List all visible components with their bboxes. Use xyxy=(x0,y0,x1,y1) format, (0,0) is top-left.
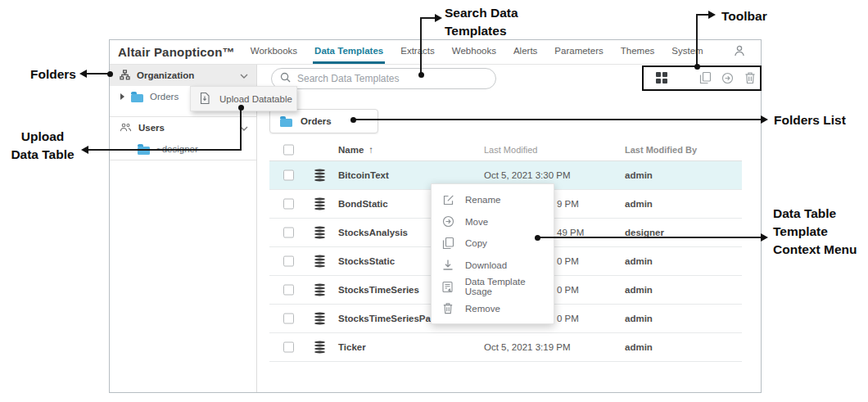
annotation-dot xyxy=(535,235,540,241)
row-checkbox[interactable] xyxy=(283,199,294,210)
row-checkbox[interactable] xyxy=(283,314,294,324)
context-menu-item-label: Rename xyxy=(465,195,500,205)
data-template-usage-icon xyxy=(441,281,454,293)
context-menu-item-data-template-usage[interactable]: Data Template Usage xyxy=(432,276,554,298)
annotation-line xyxy=(696,15,698,66)
database-icon xyxy=(314,341,325,354)
annotation-line xyxy=(86,73,109,75)
tab-webhooks[interactable]: Webhooks xyxy=(450,40,498,64)
remove-icon xyxy=(441,302,454,314)
row-checkbox[interactable] xyxy=(283,342,294,353)
toolbar-highlight-rectangle xyxy=(642,65,762,91)
row-last-modified-by: admin xyxy=(625,314,653,323)
row-last-modified-by: admin xyxy=(625,256,653,266)
annotation-arrow-icon xyxy=(761,233,768,242)
row-name: StocksStatic xyxy=(338,256,395,266)
context-menu-item-label: Remove xyxy=(465,304,500,314)
annotation-dot xyxy=(107,71,113,77)
folders-sidebar: Organization Orders Users xyxy=(110,65,257,392)
data-table-context-menu: RenameMoveCopyDownloadData Template Usag… xyxy=(431,183,554,324)
nav-right xyxy=(733,40,761,64)
screenshot-canvas: Altair Panopticon™ WorkbooksData Templat… xyxy=(0,0,868,402)
sidebar-item-users[interactable]: Users xyxy=(110,117,256,138)
annotation-arrow-icon xyxy=(761,115,768,124)
database-icon xyxy=(314,169,325,182)
column-header-name[interactable]: Name↑ xyxy=(338,145,373,155)
table-row[interactable]: TickerOct 5, 2021 3:19 PMadmin xyxy=(269,333,742,362)
context-menu-item-label: Data Template Usage xyxy=(465,277,554,296)
annotation-toolbar: Toolbar xyxy=(721,7,767,25)
tab-workbooks[interactable]: Workbooks xyxy=(249,40,299,64)
row-name: BondStatic xyxy=(338,199,388,209)
annotation-context-menu: Data Table Template Context Menu xyxy=(773,205,857,259)
row-last-modified-by: admin xyxy=(625,199,653,209)
annotation-upload-data-table: UploadData Table xyxy=(2,128,84,164)
tab-alerts[interactable]: Alerts xyxy=(512,40,539,64)
column-header-last-modified[interactable]: Last Modified xyxy=(484,145,537,155)
table-header: Name↑ Last Modified Last Modified By xyxy=(269,138,742,161)
user-profile-icon[interactable] xyxy=(733,44,746,61)
sidebar-item-organization[interactable]: Organization xyxy=(110,65,256,86)
row-name: StocksTimeSeries xyxy=(338,285,419,295)
context-menu-item-rename[interactable]: Rename xyxy=(432,189,554,211)
download-icon xyxy=(441,259,454,271)
tab-system[interactable]: System xyxy=(670,40,704,64)
chevron-down-icon[interactable] xyxy=(240,70,248,80)
row-last-modified-by: admin xyxy=(625,285,653,295)
copy-icon xyxy=(441,237,454,250)
annotation-line xyxy=(353,119,762,120)
database-icon xyxy=(314,255,325,268)
annotation-line xyxy=(240,107,242,151)
folder-icon xyxy=(280,119,292,127)
annotation-line xyxy=(420,18,422,75)
annotation-folders: Folders xyxy=(30,65,76,84)
annotation-arrow-icon xyxy=(435,14,442,22)
context-menu-item-label: Move xyxy=(465,217,488,227)
annotation-dot xyxy=(418,72,424,78)
tab-data-templates[interactable]: Data Templates xyxy=(313,40,385,64)
hierarchy-icon xyxy=(120,70,130,82)
annotation-line xyxy=(538,237,762,238)
rename-icon xyxy=(441,194,454,206)
folder-chip-orders[interactable]: Orders xyxy=(269,109,378,133)
row-checkbox[interactable] xyxy=(283,285,294,296)
annotation-line xyxy=(420,17,436,19)
sort-ascending-icon: ↑ xyxy=(368,145,373,155)
row-last-modified-by: admin xyxy=(625,170,653,180)
row-name: Ticker xyxy=(338,342,366,352)
tab-themes[interactable]: Themes xyxy=(619,40,657,64)
column-header-last-modified-by[interactable]: Last Modified By xyxy=(625,145,697,155)
tab-parameters[interactable]: Parameters xyxy=(553,40,604,64)
search-box xyxy=(271,68,496,89)
upload-datatable-icon xyxy=(199,92,210,106)
row-name: StocksAnalysis xyxy=(338,228,408,237)
row-checkbox[interactable] xyxy=(283,256,294,267)
annotation-search-data-templates: Search DataTemplates xyxy=(445,4,518,40)
row-checkbox[interactable] xyxy=(283,228,294,238)
annotation-folders-list: Folders List xyxy=(774,111,846,129)
row-last-modified: Oct 5, 2021 3:30 PM xyxy=(484,170,570,180)
top-navigation: Altair Panopticon™ WorkbooksData Templat… xyxy=(110,40,761,65)
database-icon xyxy=(314,313,325,325)
expand-caret-icon[interactable] xyxy=(120,93,124,100)
context-menu-item-move[interactable]: Move xyxy=(432,211,554,233)
sidebar-divider xyxy=(110,160,256,160)
annotation-dot xyxy=(694,64,700,70)
nav-tabs: WorkbooksData TemplatesExtractsWebhooksA… xyxy=(249,40,705,64)
context-menu-item-remove[interactable]: Remove xyxy=(432,298,554,320)
annotation-dot xyxy=(238,105,244,111)
search-input[interactable] xyxy=(297,73,487,84)
annotation-arrow-icon xyxy=(708,11,716,19)
app-logo: Altair Panopticon™ xyxy=(110,40,235,64)
tab-extracts[interactable]: Extracts xyxy=(399,40,436,64)
row-name: StocksTimeSeriesPa xyxy=(338,314,431,323)
row-last-modified-by: admin xyxy=(625,342,653,352)
row-checkbox[interactable] xyxy=(283,170,294,181)
select-all-checkbox[interactable] xyxy=(283,144,294,155)
folder-icon xyxy=(131,94,143,102)
database-icon xyxy=(314,198,325,210)
annotation-arrow-icon xyxy=(79,70,87,78)
move-icon xyxy=(441,215,454,228)
annotation-dot xyxy=(350,117,356,123)
context-menu-item-download[interactable]: Download xyxy=(432,255,554,277)
